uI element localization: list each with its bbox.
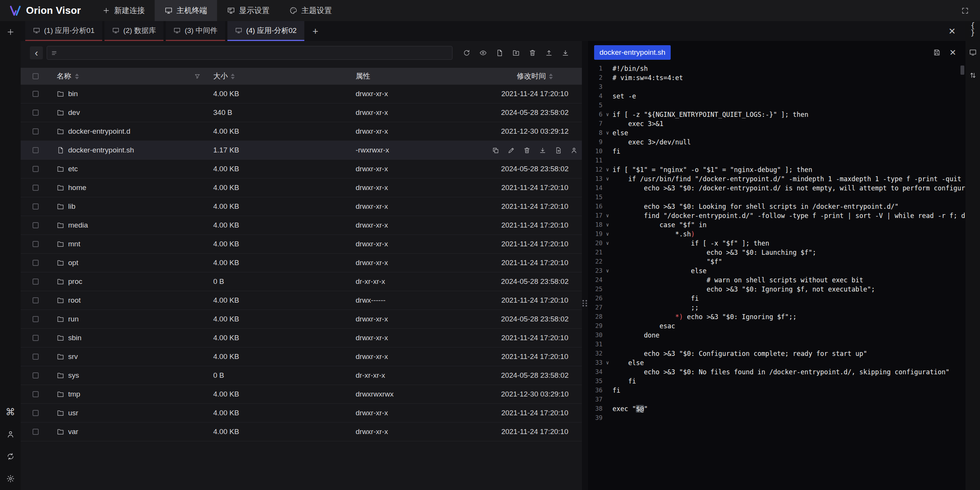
new-file-button[interactable]: [492, 46, 507, 60]
row-checkbox[interactable]: [33, 260, 39, 266]
column-name[interactable]: 名称: [57, 71, 71, 81]
terminal-tab-1[interactable]: (1) 应用-分析01: [25, 21, 102, 41]
fold-chevron-icon[interactable]: ∨: [603, 165, 612, 174]
terminal-tab-2[interactable]: (2) 数据库: [105, 21, 164, 41]
refresh-button[interactable]: [459, 46, 474, 60]
code-editor[interactable]: 1#!/bin/sh2# vim:sw=4:ts=4:et34set -e56∨…: [588, 64, 965, 490]
row-checkbox[interactable]: [33, 372, 39, 379]
file-name[interactable]: bin: [68, 90, 78, 98]
file-name[interactable]: etc: [68, 165, 78, 173]
row-checkbox[interactable]: [33, 410, 39, 416]
row-checkbox[interactable]: [33, 316, 39, 322]
file-row-sys[interactable]: sys0 Bdr-xr-xr-x2024-05-28 23:58:02: [21, 366, 582, 385]
file-name[interactable]: mnt: [68, 240, 80, 248]
row-action-edit[interactable]: [508, 147, 515, 154]
braces-button[interactable]: { }: [967, 23, 978, 35]
file-name[interactable]: var: [68, 428, 78, 436]
file-row-var[interactable]: var4.00 KBdrwxr-xr-x2021-11-24 17:20:10: [21, 423, 582, 441]
fold-chevron-icon[interactable]: ∨: [603, 220, 612, 229]
file-row-proc[interactable]: proc0 Bdr-xr-xr-x2024-05-28 23:58:02: [21, 272, 582, 291]
editor-close-button[interactable]: ×: [946, 46, 959, 59]
sort-size-icon[interactable]: [231, 74, 235, 79]
topbar-menu-display[interactable]: 显示设置: [217, 0, 279, 21]
file-row-srv[interactable]: srv4.00 KBdrwxr-xr-x2021-11-24 17:20:10: [21, 347, 582, 366]
row-checkbox[interactable]: [33, 91, 39, 97]
column-size[interactable]: 大小: [213, 71, 228, 81]
file-name[interactable]: opt: [68, 259, 78, 267]
upload-button[interactable]: [542, 46, 556, 60]
row-checkbox[interactable]: [33, 128, 39, 134]
row-checkbox[interactable]: [33, 391, 39, 397]
file-row-root[interactable]: root4.00 KBdrwx------2021-11-24 17:20:10: [21, 291, 582, 310]
terminal-tab-3[interactable]: (3) 中间件: [166, 21, 225, 41]
file-row-dev[interactable]: dev340 Bdrwxr-xr-x2024-05-28 23:58:02: [21, 103, 582, 122]
row-checkbox[interactable]: [33, 297, 39, 303]
save-button[interactable]: [930, 46, 943, 59]
file-row-docker-entrypoint.sh[interactable]: docker-entrypoint.sh1.17 KB-rwxrwxr-x: [21, 141, 582, 160]
file-row-etc[interactable]: etc4.00 KBdrwxr-xr-x2024-05-28 23:58:02: [21, 160, 582, 179]
file-name[interactable]: docker-entrypoint.d: [68, 127, 131, 136]
file-row-home[interactable]: home4.00 KBdrwxr-xr-x2021-11-24 17:20:10: [21, 179, 582, 197]
row-checkbox[interactable]: [33, 147, 39, 153]
screen-button[interactable]: [967, 46, 978, 58]
file-row-run[interactable]: run4.00 KBdrwxr-xr-x2024-05-28 23:58:02: [21, 310, 582, 329]
file-name[interactable]: dev: [68, 108, 80, 117]
user-button[interactable]: [4, 428, 16, 440]
file-name[interactable]: sbin: [68, 334, 82, 342]
command-button[interactable]: ⌘: [4, 406, 16, 418]
path-input[interactable]: [60, 49, 448, 57]
file-name[interactable]: run: [68, 315, 78, 323]
file-row-opt[interactable]: opt4.00 KBdrwxr-xr-x2021-11-24 17:20:10: [21, 254, 582, 272]
line-swap-button[interactable]: [967, 69, 978, 81]
file-name[interactable]: tmp: [68, 390, 80, 398]
topbar-menu-plus[interactable]: 新建连接: [92, 0, 155, 21]
row-action-delete[interactable]: [523, 147, 531, 154]
splitter-handle[interactable]: [583, 300, 588, 306]
close-panel-button[interactable]: ×: [945, 24, 959, 38]
file-name[interactable]: usr: [68, 409, 78, 417]
new-folder-button[interactable]: [509, 46, 523, 60]
row-checkbox[interactable]: [33, 241, 39, 247]
file-name[interactable]: media: [68, 221, 88, 229]
file-row-mnt[interactable]: mnt4.00 KBdrwxr-xr-x2021-11-24 17:20:10: [21, 235, 582, 254]
fold-chevron-icon[interactable]: ∨: [603, 358, 612, 367]
row-checkbox[interactable]: [33, 354, 39, 360]
file-row-bin[interactable]: bin4.00 KBdrwxr-xr-x2021-11-24 17:20:10: [21, 85, 582, 103]
file-name[interactable]: home: [68, 184, 87, 192]
topbar-menu-terminal[interactable]: 主机终端: [155, 0, 217, 21]
sort-mtime-icon[interactable]: [549, 74, 553, 79]
fold-chevron-icon[interactable]: ∨: [603, 239, 612, 248]
download-button[interactable]: [558, 46, 573, 60]
file-name[interactable]: lib: [68, 202, 75, 211]
row-checkbox[interactable]: [33, 279, 39, 285]
fold-chevron-icon[interactable]: ∨: [603, 110, 612, 119]
row-checkbox[interactable]: [33, 203, 39, 210]
file-row-lib[interactable]: lib4.00 KBdrwxr-xr-x2021-11-24 17:20:10: [21, 197, 582, 216]
editor-scrollbar-thumb[interactable]: [960, 66, 964, 75]
settings-button[interactable]: [4, 472, 16, 485]
delete-button[interactable]: [525, 46, 540, 60]
topbar-menu-theme[interactable]: 主题设置: [279, 0, 342, 21]
terminal-tab-4[interactable]: (4) 应用-分析02: [227, 21, 304, 41]
row-checkbox[interactable]: [33, 429, 39, 435]
file-name[interactable]: root: [68, 296, 81, 305]
logo[interactable]: Orion Visor: [0, 0, 92, 21]
preview-button[interactable]: [476, 46, 490, 60]
row-checkbox[interactable]: [33, 185, 39, 191]
fold-chevron-icon[interactable]: ∨: [603, 266, 612, 275]
sort-name-icon[interactable]: [75, 74, 79, 79]
fold-chevron-icon[interactable]: ∨: [603, 128, 612, 138]
file-row-sbin[interactable]: sbin4.00 KBdrwxr-xr-x2021-11-24 17:20:10: [21, 329, 582, 347]
fold-chevron-icon[interactable]: ∨: [603, 174, 612, 184]
row-action-download[interactable]: [539, 147, 546, 154]
row-checkbox[interactable]: [33, 222, 39, 228]
fold-chevron-icon[interactable]: ∨: [603, 229, 612, 239]
file-row-docker-entrypoint.d[interactable]: docker-entrypoint.d4.00 KBdrwxr-xr-x2021…: [21, 122, 582, 141]
new-tab-button[interactable]: +: [307, 21, 324, 41]
editor-file-chip[interactable]: docker-entrypoint.sh: [594, 45, 671, 60]
filter-icon[interactable]: [194, 73, 201, 80]
fold-chevron-icon[interactable]: ∨: [603, 211, 612, 220]
file-row-usr[interactable]: usr4.00 KBdrwxr-xr-x2021-11-24 17:20:10: [21, 404, 582, 423]
file-name[interactable]: proc: [68, 277, 82, 286]
file-name[interactable]: sys: [68, 371, 79, 380]
